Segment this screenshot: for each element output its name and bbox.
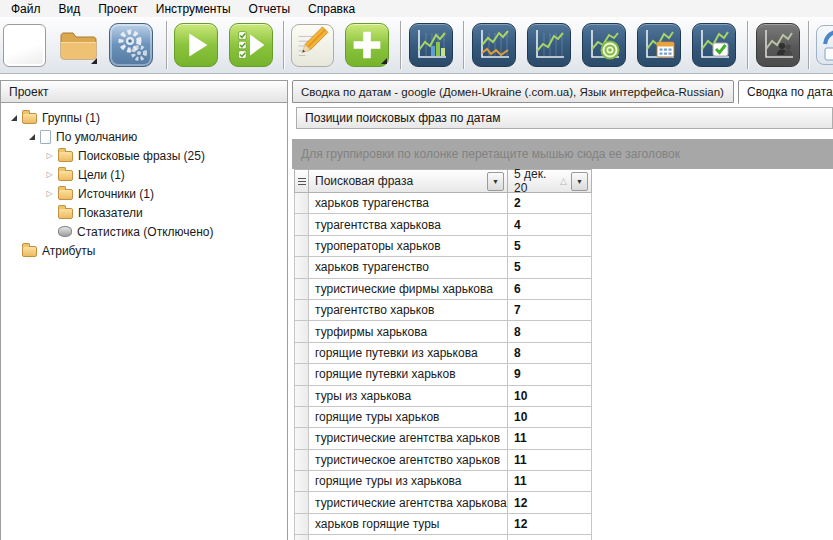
- table-row[interactable]: горящие туры из харькова11: [294, 471, 592, 492]
- page-icon: [40, 130, 51, 144]
- group-hint-label: Для группировки по колонке перетащите мы…: [301, 147, 680, 161]
- chart-line-icon: [529, 25, 569, 65]
- phrase-cell: харьков турагенства: [309, 193, 508, 214]
- toolbar-separator: [400, 21, 401, 69]
- phrase-cell: горящие туры харьков: [309, 407, 508, 428]
- collapsed-arrow-icon[interactable]: [43, 151, 56, 160]
- group-by-bar[interactable]: Для группировки по колонке перетащите мы…: [292, 139, 833, 169]
- tree-item[interactable]: Атрибуты: [1, 241, 287, 260]
- menu-item-0[interactable]: Файл: [2, 1, 50, 17]
- position-value-cell: 11: [508, 450, 592, 471]
- table-row[interactable]: туристические фирмы харькова6: [294, 279, 592, 300]
- menu-item-5[interactable]: Справка: [299, 1, 364, 17]
- phrase-cell: туроператоры харьков: [309, 236, 508, 257]
- table-row[interactable]: горящие путевки из харькова8: [294, 343, 592, 364]
- row-indicator-header[interactable]: [294, 169, 309, 193]
- project-tree: Группы (1)По умолчаниюПоисковые фразы (2…: [1, 103, 287, 260]
- phrase-cell: горящие путевки из харькова: [309, 343, 508, 364]
- collapsed-arrow-icon[interactable]: [43, 170, 56, 179]
- table-row[interactable]: горящие туры харьков10: [294, 407, 592, 428]
- table-row[interactable]: харьков горящие путевки12: [294, 535, 592, 540]
- position-value-cell: 12: [508, 492, 592, 513]
- report-dynamics-chart-button[interactable]: [472, 23, 516, 67]
- row-indicator-cell: [294, 407, 309, 428]
- table-row[interactable]: туроператоры харьков5: [294, 236, 592, 257]
- table-row[interactable]: туристические агентства харькова12: [294, 492, 592, 513]
- phrase-cell: туристические фирмы харькова: [309, 279, 508, 300]
- filter-dropdown-icon[interactable]: ▼: [487, 172, 504, 191]
- project-settings-button[interactable]: [109, 23, 153, 67]
- expanded-arrow-icon[interactable]: [7, 115, 20, 121]
- report-dates-chart-button[interactable]: [637, 23, 681, 67]
- expanded-arrow-icon[interactable]: [25, 134, 38, 140]
- list-icon: [298, 176, 306, 187]
- tab-bar: Сводка по датам - google (Домен-Ukraine …: [292, 80, 833, 104]
- filter-dropdown-icon[interactable]: ▼: [571, 172, 588, 191]
- check-selected-positions-button[interactable]: [229, 23, 273, 67]
- table-row[interactable]: турагентство харьков7: [294, 300, 592, 321]
- position-value-cell: 10: [508, 407, 592, 428]
- report-checked-chart-button[interactable]: [692, 23, 736, 67]
- table-row[interactable]: туристическое агентство харьков11: [294, 450, 592, 471]
- toolbar-separator: [808, 21, 809, 69]
- project-panel: Проект Группы (1)По умолчаниюПоисковые ф…: [0, 80, 288, 540]
- table-row[interactable]: турфирмы харькова8: [294, 321, 592, 342]
- tree-item[interactable]: Показатели: [1, 203, 287, 222]
- table-row[interactable]: горящие путевки харьков9: [294, 364, 592, 385]
- row-indicator-cell: [294, 257, 309, 278]
- report-positions-bars-chart-button[interactable]: [409, 23, 453, 67]
- play-checklist-icon: [230, 23, 272, 67]
- phrase-cell: туристические агентства харькова: [309, 492, 508, 513]
- folder-icon: [22, 113, 37, 124]
- tree-item[interactable]: Поисковые фразы (25): [1, 146, 287, 165]
- table-row[interactable]: туры из харькова10: [294, 386, 592, 407]
- menu-item-2[interactable]: Проект: [89, 1, 147, 17]
- report-partial-chart-button[interactable]: [816, 23, 833, 67]
- row-indicator-cell: [294, 514, 309, 535]
- phrase-cell: турагентства харькова: [309, 214, 508, 235]
- table-row[interactable]: туристические агентства харьков11: [294, 428, 592, 449]
- menu-item-1[interactable]: Вид: [50, 1, 90, 17]
- tree-item[interactable]: Группы (1): [1, 108, 287, 127]
- row-indicator-cell: [294, 343, 309, 364]
- position-value-cell: 8: [508, 343, 592, 364]
- menu-item-3[interactable]: Инструменты: [147, 1, 240, 17]
- open-project-button[interactable]: [55, 23, 99, 67]
- table-row[interactable]: турагентства харькова4: [294, 214, 592, 235]
- collapsed-arrow-icon[interactable]: [43, 189, 56, 198]
- report-line-chart-button[interactable]: [527, 23, 571, 67]
- folder-icon: [58, 189, 73, 200]
- add-item-button[interactable]: [345, 23, 389, 67]
- tree-item[interactable]: Статистика (Отключено): [1, 222, 287, 241]
- position-value-cell: 8: [508, 321, 592, 342]
- tab-summary-dates[interactable]: Сводка по датам: [738, 80, 833, 104]
- row-indicator-cell: [294, 386, 309, 407]
- menu-bar: ФайлВидПроектИнструментыОтчетыСправка: [0, 0, 833, 17]
- check-positions-button[interactable]: [174, 23, 218, 67]
- phrase-cell: харьков горящие туры: [309, 514, 508, 535]
- edit-notes-button[interactable]: [290, 23, 334, 67]
- positions-table: Поисковая фраза ▼ 5 дек. 20 △ ▼ харьков …: [294, 169, 592, 540]
- row-indicator-cell: [294, 300, 309, 321]
- column-header-phrase[interactable]: Поисковая фраза ▼: [309, 169, 508, 193]
- row-indicator-cell: [294, 428, 309, 449]
- table-row[interactable]: харьков горящие туры12: [294, 514, 592, 535]
- tree-item[interactable]: По умолчанию: [1, 127, 287, 146]
- column-header-date-label: 5 дек. 20: [514, 167, 560, 195]
- tree-item[interactable]: Источники (1): [1, 184, 287, 203]
- new-project-button[interactable]: [2, 23, 46, 67]
- tab-summary-google[interactable]: Сводка по датам - google (Домен-Ukraine …: [292, 80, 734, 103]
- report-visibility-chart-button[interactable]: [582, 23, 626, 67]
- row-indicator-cell: [294, 364, 309, 385]
- menu-item-4[interactable]: Отчеты: [240, 1, 299, 17]
- table-row[interactable]: харьков турагенство5: [294, 257, 592, 278]
- table-body: харьков турагенства2турагентства харьков…: [294, 193, 592, 540]
- tree-item[interactable]: Цели (1): [1, 165, 287, 184]
- toolbar-separator: [166, 21, 167, 69]
- table-row[interactable]: харьков турагенства2: [294, 193, 592, 214]
- table-header-row: Поисковая фраза ▼ 5 дек. 20 △ ▼: [294, 169, 592, 193]
- row-indicator-cell: [294, 214, 309, 235]
- row-indicator-cell: [294, 450, 309, 471]
- column-header-date[interactable]: 5 дек. 20 △ ▼: [508, 169, 592, 193]
- report-competitors-chart-button[interactable]: [756, 23, 800, 67]
